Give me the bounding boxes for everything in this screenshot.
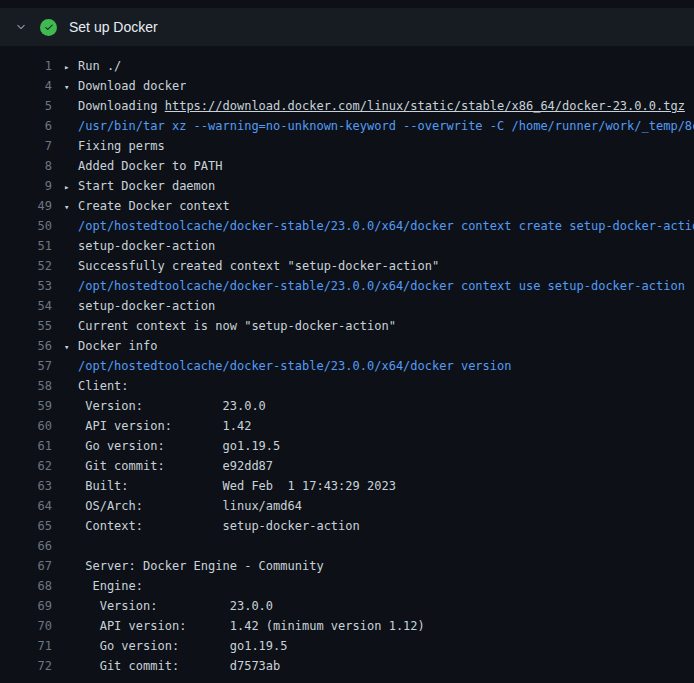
line-number[interactable]: 9 [0, 176, 52, 196]
line-number[interactable]: 50 [0, 216, 52, 236]
log-text-prefix: Downloading [78, 99, 165, 113]
line-number[interactable]: 7 [0, 136, 52, 156]
log-line: 67 Server: Docker Engine - Community [0, 556, 694, 576]
log-group-header[interactable]: ▸Run ./ [64, 56, 121, 76]
log-line[interactable]: 1▸Run ./ [0, 56, 694, 76]
group-title: Start Docker daemon [78, 179, 215, 193]
log-text: Server: Docker Engine - Community [64, 556, 324, 576]
log-group-header[interactable]: ▸Start Docker daemon [64, 176, 215, 196]
log-command-text: /opt/hostedtoolcache/docker-stable/23.0.… [64, 276, 685, 296]
log-line: 70 API version: 1.42 (minimum version 1.… [0, 616, 694, 636]
line-number[interactable]: 49 [0, 196, 52, 216]
log-line: 51setup-docker-action [0, 236, 694, 256]
line-number[interactable]: 51 [0, 236, 52, 256]
log-text: Successfully created context "setup-dock… [64, 256, 439, 276]
line-number[interactable]: 4 [0, 76, 52, 96]
log-line: 62 Git commit: e92dd87 [0, 456, 694, 476]
log-command-text: /opt/hostedtoolcache/docker-stable/23.0.… [64, 216, 694, 236]
line-number[interactable]: 57 [0, 356, 52, 376]
log-line: 71 Go version: go1.19.5 [0, 636, 694, 656]
log-line: 69 Version: 23.0.0 [0, 596, 694, 616]
line-number[interactable]: 66 [0, 536, 52, 556]
line-number[interactable]: 62 [0, 456, 52, 476]
log-text: Version: 23.0.0 [64, 396, 266, 416]
log-line: 68 Engine: [0, 576, 694, 596]
log-line: 57/opt/hostedtoolcache/docker-stable/23.… [0, 356, 694, 376]
group-title: Run ./ [78, 59, 121, 73]
log-text: API version: 1.42 [64, 416, 251, 436]
line-number[interactable]: 55 [0, 316, 52, 336]
log-text: API version: 1.42 (minimum version 1.12) [64, 616, 425, 636]
line-number[interactable]: 65 [0, 516, 52, 536]
line-number[interactable]: 1 [0, 56, 52, 76]
line-number[interactable]: 61 [0, 436, 52, 456]
line-number[interactable]: 54 [0, 296, 52, 316]
chevron-expanded-icon[interactable]: ▾ [64, 77, 78, 96]
log-text: Client: [64, 376, 129, 396]
log-line[interactable]: 56▾Docker info [0, 336, 694, 356]
line-number[interactable]: 63 [0, 476, 52, 496]
download-url-link[interactable]: https://download.docker.com/linux/static… [165, 99, 685, 113]
line-number[interactable]: 52 [0, 256, 52, 276]
line-number[interactable]: 71 [0, 636, 52, 656]
step-title: Set up Docker [69, 19, 158, 35]
line-number[interactable]: 67 [0, 556, 52, 576]
group-title: Download docker [78, 79, 186, 93]
line-number[interactable]: 5 [0, 96, 52, 116]
log-line: 64 OS/Arch: linux/amd64 [0, 496, 694, 516]
log-command-text: /opt/hostedtoolcache/docker-stable/23.0.… [64, 356, 511, 376]
log-line: 54setup-docker-action [0, 296, 694, 316]
log-command-text: /usr/bin/tar xz --warning=no-unknown-key… [64, 116, 694, 136]
log-line: 8Added Docker to PATH [0, 156, 694, 176]
line-number[interactable]: 53 [0, 276, 52, 296]
log-line: 65 Context: setup-docker-action [0, 516, 694, 536]
chevron-down-icon[interactable] [14, 20, 28, 34]
step-header[interactable]: Set up Docker [0, 8, 694, 46]
log-line: 72 Git commit: d7573ab [0, 656, 694, 676]
log-line: 52Successfully created context "setup-do… [0, 256, 694, 276]
log-line: 63 Built: Wed Feb 1 17:43:29 2023 [0, 476, 694, 496]
log-group-header[interactable]: ▾Download docker [64, 76, 186, 96]
chevron-collapsed-icon[interactable]: ▸ [64, 177, 78, 196]
chevron-collapsed-icon[interactable]: ▸ [64, 57, 78, 76]
log-line[interactable]: 4▾Download docker [0, 76, 694, 96]
chevron-expanded-icon[interactable]: ▾ [64, 197, 78, 216]
line-number[interactable]: 72 [0, 656, 52, 676]
line-number[interactable]: 8 [0, 156, 52, 176]
log-text: OS/Arch: linux/amd64 [64, 496, 302, 516]
log-line: 7Fixing perms [0, 136, 694, 156]
line-number[interactable]: 58 [0, 376, 52, 396]
line-number[interactable]: 6 [0, 116, 52, 136]
log-line: 58Client: [0, 376, 694, 396]
log-text: Git commit: d7573ab [64, 656, 280, 676]
log-text: Current context is now "setup-docker-act… [64, 316, 396, 336]
log-line: 50/opt/hostedtoolcache/docker-stable/23.… [0, 216, 694, 236]
log-text: setup-docker-action [64, 236, 215, 256]
log-text: Downloading https://download.docker.com/… [64, 96, 685, 116]
log-line: 6/usr/bin/tar xz --warning=no-unknown-ke… [0, 116, 694, 136]
line-number[interactable]: 59 [0, 396, 52, 416]
log-text: Git commit: e92dd87 [64, 456, 273, 476]
log-text: setup-docker-action [64, 296, 215, 316]
line-number[interactable]: 68 [0, 576, 52, 596]
log-group-header[interactable]: ▾Docker info [64, 336, 157, 356]
log-text: Go version: go1.19.5 [64, 636, 288, 656]
log-text: Engine: [64, 576, 143, 596]
log-text: Context: setup-docker-action [64, 516, 360, 536]
log-line: 53/opt/hostedtoolcache/docker-stable/23.… [0, 276, 694, 296]
line-number[interactable]: 64 [0, 496, 52, 516]
log-text [64, 536, 78, 556]
check-circle-icon [40, 19, 57, 36]
chevron-expanded-icon[interactable]: ▾ [64, 337, 78, 356]
log-line: 60 API version: 1.42 [0, 416, 694, 436]
line-number[interactable]: 69 [0, 596, 52, 616]
log-lines: 1▸Run ./4▾Download docker5Downloading ht… [0, 46, 694, 676]
line-number[interactable]: 70 [0, 616, 52, 636]
log-text: Built: Wed Feb 1 17:43:29 2023 [64, 476, 396, 496]
log-group-header[interactable]: ▾Create Docker context [64, 196, 230, 216]
log-line[interactable]: 49▾Create Docker context [0, 196, 694, 216]
log-line: 66 [0, 536, 694, 556]
line-number[interactable]: 56 [0, 336, 52, 356]
log-line[interactable]: 9▸Start Docker daemon [0, 176, 694, 196]
line-number[interactable]: 60 [0, 416, 52, 436]
